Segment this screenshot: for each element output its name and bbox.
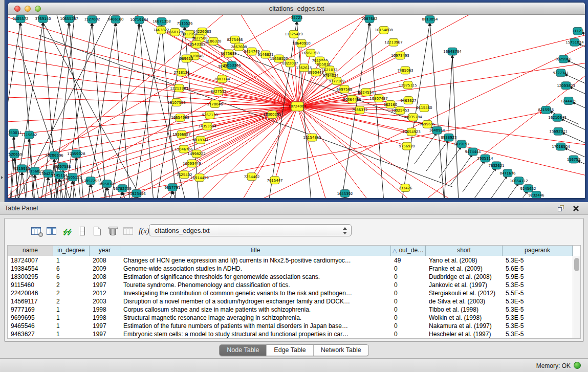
graph-node[interactable]: 9474444	[465, 148, 481, 156]
function-builder-icon[interactable]: f(x)	[139, 227, 149, 235]
graph-node[interactable]: 16914479	[190, 174, 209, 182]
graph-node[interactable]: 14935784	[404, 113, 422, 121]
graph-node[interactable]: 15654923	[402, 128, 421, 136]
graph-node[interactable]: 1244415	[560, 97, 576, 105]
graph-node[interactable]: 7615447	[267, 177, 282, 184]
network-canvas[interactable]: 8912954142260839827508818632882754662867…	[8, 15, 585, 198]
close-panel-icon[interactable]	[572, 205, 579, 212]
graph-node[interactable]: 8813054	[422, 15, 438, 23]
table-cell: 49	[391, 256, 426, 265]
table-row[interactable]: 1830029562008Estimation of significance …	[8, 273, 573, 281]
vertical-scrollbar[interactable]	[573, 256, 580, 338]
graph-node[interactable]: 8471676	[499, 169, 515, 177]
graph-node[interactable]: 7515526	[177, 19, 192, 27]
graph-node[interactable]: 18640910	[292, 39, 311, 47]
graph-node[interactable]: 116753	[567, 156, 581, 163]
table-panel: Table Panel f(x) citations_edges.txt	[0, 202, 588, 358]
table-select-dropdown[interactable]: citations_edges.txt	[149, 224, 352, 236]
table-row[interactable]: 1456911722003Disruption of a novel membe…	[8, 297, 573, 305]
graph-node[interactable]: 3769140	[35, 15, 51, 23]
table-row[interactable]: 1938455462009Genome-wide association stu…	[8, 265, 573, 273]
graph-node[interactable]: 17359928	[67, 150, 85, 158]
graph-node[interactable]: 9657791	[164, 184, 180, 191]
graph-node[interactable]: 5675685	[221, 50, 236, 57]
graph-node[interactable]: 16654983	[171, 114, 189, 121]
graph-node[interactable]: 9115460	[416, 104, 432, 112]
graph-node[interactable]: 16154808	[375, 26, 393, 34]
graph-node[interactable]: 16648784	[443, 48, 462, 55]
column-header-name[interactable]: name	[8, 246, 53, 256]
expand-panel-arrow-icon[interactable]	[1, 176, 3, 179]
graph-node[interactable]: 9329966	[555, 55, 571, 63]
import-table-icon[interactable]	[120, 224, 136, 238]
column-header-in_degree[interactable]: in_degree	[53, 246, 90, 256]
graph-node[interactable]: 1640954	[429, 126, 445, 134]
graph-node[interactable]: 10655287	[60, 15, 78, 23]
table-cell: 1	[53, 330, 90, 338]
graph-node[interactable]: 1350011	[8, 129, 22, 137]
graph-node[interactable]: 3624554	[358, 89, 374, 96]
graph-node[interactable]: 9699695	[419, 120, 435, 128]
table-row[interactable]: 946554611997Estimation of the future num…	[8, 322, 573, 330]
tab-edge-table[interactable]: Edge Table	[267, 345, 313, 356]
graph-node[interactable]: 7254402	[244, 173, 259, 181]
graph-node[interactable]: 8466160	[107, 15, 123, 23]
select-checkmarks-icon[interactable]	[59, 224, 74, 238]
graph-node[interactable]: 9267130	[202, 111, 217, 119]
graph-node[interactable]: 11325419	[285, 30, 303, 38]
column-header-pagerank[interactable]: pagerank	[503, 246, 573, 256]
column-header-out_de[interactable]: △out_de…	[391, 246, 426, 256]
graph-node[interactable]: 9463627	[400, 97, 416, 104]
graph-node[interactable]: 10654112	[510, 177, 528, 185]
table-settings-icon[interactable]	[28, 224, 43, 238]
tab-node-table[interactable]: Node Table	[220, 345, 267, 356]
graph-node[interactable]: 2520659	[8, 150, 23, 158]
float-panel-icon[interactable]	[558, 205, 564, 212]
column-header-short[interactable]: short	[426, 246, 503, 256]
frame-titlebar[interactable]: citations_edges.txt	[8, 3, 585, 15]
table-cell: 0	[391, 330, 426, 338]
tab-network-table[interactable]: Network Table	[314, 345, 368, 356]
graph-node[interactable]: 9170046	[207, 100, 223, 108]
table-cell: 22420046	[8, 289, 53, 297]
graph-node[interactable]: 11923446	[127, 190, 146, 198]
graph-node[interactable]: 17957255	[81, 177, 100, 185]
graph-node[interactable]: 8275466	[227, 36, 243, 43]
graph-node[interactable]: 16671358	[153, 17, 171, 25]
graph-node[interactable]: 7632621	[488, 162, 504, 169]
rows-icon[interactable]	[74, 224, 90, 238]
graph-node[interactable]: 11123	[572, 27, 583, 35]
svg-text:15046766: 15046766	[175, 147, 193, 151]
table-row[interactable]: 946362711997Embryonic stem cells: a mode…	[8, 330, 573, 338]
trash-icon[interactable]	[105, 224, 120, 238]
graph-node[interactable]: 7485063	[397, 67, 413, 74]
graph-node[interactable]: 16107553	[167, 99, 186, 106]
column-header-title[interactable]: title	[120, 246, 391, 256]
graph-node[interactable]: 9227341	[553, 69, 569, 77]
graph-node[interactable]: 2935114	[477, 155, 493, 162]
graph-node[interactable]: 85723	[291, 15, 302, 21]
table-row[interactable]: 911546021997Tourette syndrome. Phenomeno…	[8, 281, 573, 289]
scrollbar-thumb[interactable]	[574, 258, 579, 271]
table-cell: 5.3E-5	[503, 314, 573, 322]
graph-node[interactable]: 10719184	[130, 16, 148, 24]
graph-node[interactable]: 1527602	[84, 15, 100, 23]
column-header-year[interactable]: year	[90, 246, 120, 256]
column-visibility-icon[interactable]	[43, 224, 59, 238]
graph-node[interactable]: 9756928	[399, 142, 415, 150]
graph-node[interactable]: 10973493	[391, 52, 409, 59]
table-row[interactable]: 1872400712008Changes of HCN gene express…	[8, 256, 573, 265]
table-row[interactable]: 2242004622012Investigating the contribut…	[8, 289, 573, 297]
graph-node[interactable]: 6497568	[336, 85, 352, 93]
graph-node[interactable]: 12213967	[384, 38, 403, 46]
new-document-icon[interactable]	[90, 224, 105, 238]
table-row[interactable]: 977716911998Corpus callosum shape and si…	[8, 305, 573, 314]
graph-node[interactable]: 733426	[399, 184, 412, 192]
graph-node[interactable]: 9405572	[12, 15, 28, 23]
graph-node[interactable]: 10807487	[369, 95, 388, 102]
graph-node[interactable]: 8938923	[441, 134, 456, 141]
graph-node[interactable]: 12975115	[399, 81, 417, 89]
graph-node[interactable]: 1645392	[337, 190, 353, 198]
graph-node[interactable]: 16961758	[301, 49, 320, 57]
table-row[interactable]: 969969511998Structural magnetic resonanc…	[8, 314, 573, 322]
